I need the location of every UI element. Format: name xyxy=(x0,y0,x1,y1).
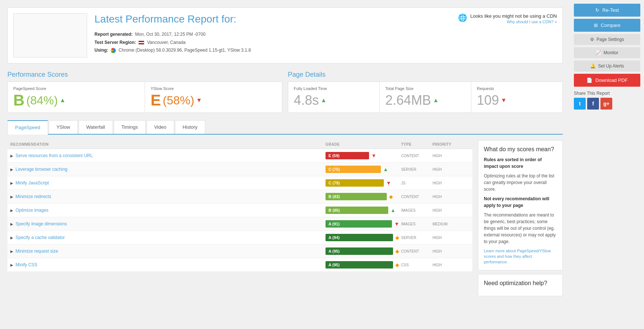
fully-loaded-trend-icon: ▲ xyxy=(321,97,327,104)
page-title: Latest Performance Report for: xyxy=(94,13,236,25)
retest-label: Re-Test xyxy=(602,7,619,13)
monitor-button[interactable]: 📈 Monitor xyxy=(574,47,640,58)
trend-up-icon: ▲ xyxy=(383,166,388,172)
tab-yslow[interactable]: YSlow xyxy=(49,120,78,134)
retest-icon: ↻ xyxy=(595,7,599,13)
rec-link[interactable]: Minimize redirects xyxy=(16,194,51,199)
grade-bar: C (79) xyxy=(326,179,384,187)
type-cell: IMAGES xyxy=(401,208,431,212)
pagespeed-label: PageSpeed Score xyxy=(13,86,139,91)
grade-bar: A (94) xyxy=(326,234,393,241)
tabs-row: PageSpeed YSlow Waterfall Timings Video … xyxy=(7,120,563,135)
globe-icon: 🌐 xyxy=(458,13,467,22)
pdf-icon: 📄 xyxy=(586,77,592,83)
requests-number: 109 xyxy=(477,93,499,108)
type-cell: JS xyxy=(401,181,431,185)
tab-waterfall[interactable]: Waterfall xyxy=(79,120,113,134)
table-row: ▶ Specify a cache validator A (94) ◆ SER… xyxy=(7,231,472,245)
expand-arrow-icon[interactable]: ▶ xyxy=(10,181,13,185)
pagespeed-pct: (84%) xyxy=(26,94,58,107)
col-type: TYPE xyxy=(401,142,431,146)
type-cell: CONTENT xyxy=(401,195,431,199)
type-cell: CONTENT xyxy=(401,249,431,253)
rec-name-cell: ▶ Specify a cache validator xyxy=(10,235,324,240)
compare-label: Compare xyxy=(601,22,620,28)
expand-arrow-icon[interactable]: ▶ xyxy=(10,249,13,253)
download-pdf-button[interactable]: 📄 Download PDF xyxy=(574,74,640,87)
test-server-label: Test Server Region: xyxy=(94,40,136,45)
monitor-icon: 📈 xyxy=(596,50,601,55)
content-area: RECOMMENDATION GRADE TYPE PRIORITY ▶ Ser… xyxy=(7,140,563,296)
grade-bar: E (59) xyxy=(326,152,369,159)
rec-link[interactable]: Optimize images xyxy=(16,208,48,213)
priority-cell: MEDIUM xyxy=(433,222,469,226)
compare-button[interactable]: ⊞ Compare xyxy=(574,19,640,32)
report-meta: Report generated: Mon, Oct 30, 2017, 12:… xyxy=(94,31,557,55)
trend-down-icon: ▼ xyxy=(394,221,399,227)
trend-down-icon: ▼ xyxy=(371,153,376,159)
priority-cell: HIGH xyxy=(433,167,469,172)
requests-trend-icon: ▼ xyxy=(501,97,507,104)
rec-link[interactable]: Leverage browser caching xyxy=(16,167,68,172)
scores-learn-link[interactable]: Learn more about PageSpeed/YSlow scores … xyxy=(484,249,551,264)
trend-neutral-icon: ◆ xyxy=(395,262,399,268)
rec-name-cell: ▶ Minify JavaScript xyxy=(10,180,324,186)
expand-arrow-icon[interactable]: ▶ xyxy=(10,195,13,199)
yslow-label: YSlow Score xyxy=(151,86,276,91)
priority-cell: HIGH xyxy=(433,195,469,199)
expand-arrow-icon[interactable]: ▶ xyxy=(10,222,13,226)
rec-name-cell: ▶ Minimize redirects xyxy=(10,194,324,199)
rec-link[interactable]: Minify CSS xyxy=(16,262,37,267)
tab-timings[interactable]: Timings xyxy=(114,120,146,134)
rec-link[interactable]: Minimize request size xyxy=(16,249,58,254)
setup-alerts-button[interactable]: 🔔 Set Up Alerts xyxy=(574,60,640,72)
total-size-cell: Total Page Size 2.64MB ▲ xyxy=(380,82,471,112)
share-twitter-button[interactable]: t xyxy=(574,98,586,110)
gear-icon: ⚙ xyxy=(590,37,594,42)
requests-value: 109 ▼ xyxy=(477,93,557,108)
share-gplus-button[interactable]: g+ xyxy=(600,98,612,110)
scores-bold2: Not every recommendation will apply to y… xyxy=(484,196,549,208)
grade-cell: C (75) ▲ xyxy=(326,166,399,173)
scores-row: Performance Scores PageSpeed Score B (84… xyxy=(7,71,563,113)
grade-bar: A (91) xyxy=(326,220,392,228)
grade-cell: B (83) ◆ xyxy=(326,193,399,200)
test-server-value: Vancouver, Canada xyxy=(147,40,186,45)
expand-arrow-icon[interactable]: ▶ xyxy=(10,208,13,212)
priority-cell: HIGH xyxy=(433,263,469,267)
download-pdf-label: Download PDF xyxy=(595,77,627,83)
tab-video[interactable]: Video xyxy=(147,120,174,134)
table-row: ▶ Minimize request size A (95) ◆ CONTENT… xyxy=(7,245,472,258)
report-generated-label: Report generated: xyxy=(94,32,132,37)
grade-cell: A (91) ▼ xyxy=(326,220,399,228)
fully-loaded-label: Fully Loaded Time xyxy=(294,86,374,91)
share-facebook-button[interactable]: f xyxy=(587,98,599,110)
type-cell: SERVER xyxy=(401,167,431,172)
tab-pagespeed[interactable]: PageSpeed xyxy=(7,120,48,135)
recommendations-table: RECOMMENDATION GRADE TYPE PRIORITY ▶ Ser… xyxy=(7,140,472,296)
expand-arrow-icon[interactable]: ▶ xyxy=(10,263,13,267)
table-row: ▶ Minimize redirects B (83) ◆ CONTENT HI… xyxy=(7,190,472,204)
expand-arrow-icon[interactable]: ▶ xyxy=(10,167,13,172)
tab-history[interactable]: History xyxy=(175,120,205,134)
grade-cell: A (95) ◆ xyxy=(326,247,399,255)
table-row: ▶ Minify JavaScript C (79) ▼ JS HIGH xyxy=(7,176,472,190)
fully-loaded-cell: Fully Loaded Time 4.8s ▲ xyxy=(288,82,380,112)
grade-cell: E (59) ▼ xyxy=(326,152,399,159)
expand-arrow-icon[interactable]: ▶ xyxy=(10,154,13,158)
cdn-link[interactable]: Why should I use a CDN? » xyxy=(507,20,557,24)
yslow-value: E (58%) ▼ xyxy=(151,93,276,108)
rec-link[interactable]: Serve resources from a consistent URL xyxy=(16,153,93,158)
expand-arrow-icon[interactable]: ▶ xyxy=(10,236,13,240)
share-label: Share This Report xyxy=(574,91,640,96)
rec-name-cell: ▶ Minify CSS xyxy=(10,262,324,267)
table-header: RECOMMENDATION GRADE TYPE PRIORITY xyxy=(7,140,472,149)
page-settings-button[interactable]: ⚙ Page Settings xyxy=(574,34,640,45)
rec-link[interactable]: Minify JavaScript xyxy=(16,180,49,186)
rec-link[interactable]: Specify a cache validator xyxy=(16,235,65,240)
rec-name-cell: ▶ Optimize images xyxy=(10,208,324,213)
retest-button[interactable]: ↻ Re-Test xyxy=(574,4,640,17)
rec-link[interactable]: Specify image dimensions xyxy=(16,221,67,226)
yslow-trend-icon: ▼ xyxy=(196,97,202,104)
trend-neutral-icon: ◆ xyxy=(395,235,399,240)
